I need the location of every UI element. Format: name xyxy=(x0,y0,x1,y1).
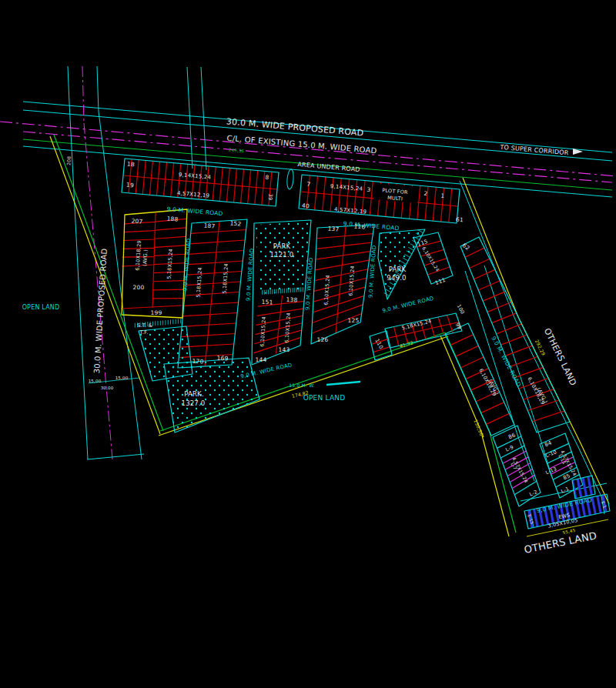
park-1327-label: PARK. xyxy=(184,390,204,398)
road9-label-d1: 9,0 M. WIDE ROAD xyxy=(382,296,434,314)
label-plots-p116-56: 116 xyxy=(353,222,366,230)
label-plots-p19-19: 19 xyxy=(126,182,135,189)
label-plots-p187-41: 187 xyxy=(203,222,216,229)
plot-divider xyxy=(474,269,494,279)
plan-line-23 xyxy=(482,436,509,536)
dim-208: 208 xyxy=(65,156,72,165)
dim-249-36: 249,36 xyxy=(229,148,245,154)
label-plots-p152-42: 152 xyxy=(229,219,242,227)
label-plots-p151-49: 151 xyxy=(261,299,273,306)
dim-130-96: 130,96 xyxy=(473,419,484,436)
label-plots-p1-30: 1 xyxy=(440,192,445,199)
plan-line-9 xyxy=(69,103,88,459)
label-plots-p137-55: 137 xyxy=(327,225,340,232)
plan-line-39 xyxy=(121,306,182,309)
label-plots-p39-23: 39 xyxy=(267,193,274,200)
label-dims-d610x15-64: 6,10X15,24 xyxy=(421,245,440,272)
label-dims-d9x15-20: 9,14X15,24 xyxy=(179,172,212,181)
plan-line-31 xyxy=(484,266,538,432)
dim-15-00-a: 15,00 xyxy=(89,379,102,383)
dim-41-72: 41,72 xyxy=(399,339,413,349)
corridor-ladder-west xyxy=(445,323,514,436)
label-plots-p84-91: 84 xyxy=(544,439,553,448)
label-plots-p125-60: 125 xyxy=(348,317,360,324)
plot-divider xyxy=(470,259,490,268)
plot-divider xyxy=(124,231,155,232)
label-dims-d457x12-32: 4,57X12,19 xyxy=(334,206,367,215)
open-land-note-label: 15,0 M. W. xyxy=(289,382,314,388)
area-under-road-label: AREA UNDER ROAD xyxy=(297,161,360,173)
median-island-icon xyxy=(286,169,294,190)
label-dims-d610x15-51: 6,10X15,24 xyxy=(259,316,267,347)
plan-line-5 xyxy=(23,146,612,197)
plot-strip-100-99 xyxy=(385,313,462,348)
dim-30-00: 30,00 xyxy=(101,386,114,390)
label-plots-p170-45: 170 xyxy=(192,358,203,366)
plan-line-8 xyxy=(82,66,84,123)
plot-divider xyxy=(155,228,186,230)
plot-divider xyxy=(450,335,474,346)
label-plots-p110-67: 110 xyxy=(373,338,384,350)
park-1327-area-label: 1327.0 xyxy=(182,399,206,407)
st-tf-label-1: S.T. & xyxy=(137,322,152,329)
park-1121-label: PARK xyxy=(273,242,291,250)
plot-divider xyxy=(483,292,506,302)
plot-divider xyxy=(155,236,186,239)
park-949-label: PARK xyxy=(389,266,407,273)
label-plots-p18-18: 18 xyxy=(127,161,136,169)
label-dims-d518x15-38: 5,18X15,24 xyxy=(166,249,174,279)
plot-divider xyxy=(486,413,509,424)
left-road-label: 30.0 M. WIDE PROPOSED ROAD xyxy=(92,248,109,374)
label-plots-p111-65: 111 xyxy=(434,277,447,286)
plan-line-36 xyxy=(326,382,360,385)
label-plots-p199-40: 199 xyxy=(151,309,162,316)
others-land-south-label: OTHERS LAND xyxy=(523,529,598,556)
plot-block-outline xyxy=(445,323,514,436)
plot-divider xyxy=(155,245,186,248)
label-plots-p144-53: 144 xyxy=(256,356,267,363)
road9-label-v4: 9,0 M. WIDE ROAD xyxy=(368,245,378,299)
label-plots-p100-69: 100 xyxy=(456,303,466,315)
label-dims-d518x15-44: 5,18X15,24 xyxy=(221,263,229,294)
plot-divider xyxy=(455,346,478,356)
ews-corner-plot xyxy=(572,476,595,499)
label-plots-l10-92: L-10 xyxy=(544,449,557,459)
label-plots-p188-35: 188 xyxy=(166,215,179,222)
plot-divider xyxy=(481,402,504,413)
plot-divider xyxy=(153,281,184,282)
label-plots-p126-59: 126 xyxy=(317,336,329,343)
cad-viewport: 30.0 M. WIDE PROPOSED ROADC/L. OF EXISTI… xyxy=(0,0,616,688)
label-plots-l2-90: L-2 xyxy=(528,489,538,498)
plot-divider xyxy=(497,324,522,334)
label-plots-p207-34: 207 xyxy=(131,217,143,225)
label-plots-p2-29: 2 xyxy=(424,190,428,197)
plan-line-1 xyxy=(23,110,612,161)
park-949-area-label: 949.0 xyxy=(387,274,406,282)
label-dims-d610x15-58: 6,10X15,24 xyxy=(347,266,356,296)
plot-column-137-116 xyxy=(311,225,374,344)
plan-line-7 xyxy=(97,66,99,112)
label-plots-p138-50: 138 xyxy=(286,296,297,304)
label-plots-p61-33: 61 xyxy=(456,216,464,224)
plan-line-3 xyxy=(23,132,612,182)
plot-divider xyxy=(492,313,517,323)
open-land-center-label: OPEN LAND xyxy=(303,394,346,402)
label-dims-d610x15-52: 6,10X15,24 xyxy=(283,312,292,343)
plot-for-multi-label-2: MULTI xyxy=(387,195,403,202)
label-dims-avg-37: (AVG.) xyxy=(142,249,149,266)
plot-divider xyxy=(532,411,564,422)
plan-line-15 xyxy=(87,454,144,459)
plot-divider xyxy=(153,289,184,290)
label-plots-p7-24: 7 xyxy=(306,181,311,188)
site-plan-canvas[interactable]: 30.0 M. WIDE PROPOSED ROADC/L. OF EXISTI… xyxy=(0,0,616,688)
plot-block-north-west xyxy=(122,159,279,206)
park-949-area xyxy=(378,229,425,299)
label-dims-d518x15-43: 5,18X15,24 xyxy=(195,267,203,298)
dim-15-00-b: 15,00 xyxy=(116,376,129,380)
plot-divider xyxy=(505,346,532,356)
st-tf-label-2: T.F. xyxy=(139,329,149,336)
plan-line-24 xyxy=(463,178,518,317)
label-plots-p3-26: 3 xyxy=(367,186,371,193)
plot-divider xyxy=(460,357,484,368)
plan-line-37 xyxy=(152,213,156,308)
